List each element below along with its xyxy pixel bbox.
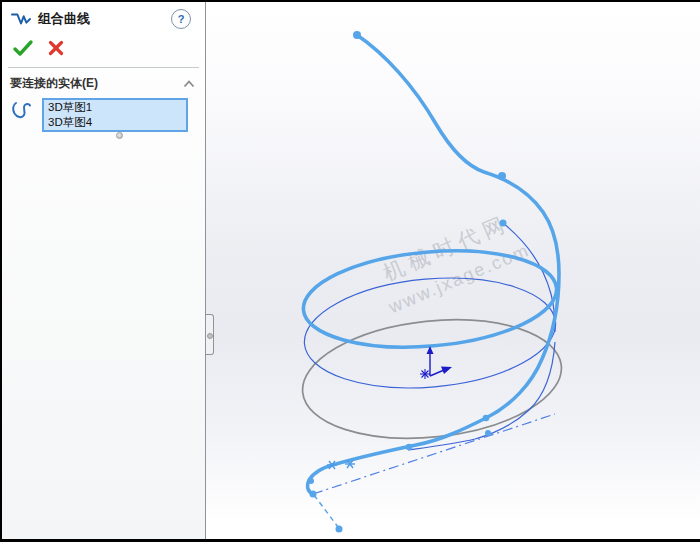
- property-manager-panel: 组合曲线 ? 要连接的实体(E) 3D草图1 3D: [2, 2, 206, 539]
- selection-row: 3D草图1 3D草图4: [2, 96, 205, 132]
- origin-marker[interactable]: [420, 346, 452, 379]
- origin-asterisk: [420, 369, 430, 379]
- endpoint-dot[interactable]: [485, 430, 491, 436]
- selection-item[interactable]: 3D草图4: [44, 115, 186, 130]
- endpoint-dot[interactable]: [498, 172, 506, 180]
- panel-splitter-handle[interactable]: [206, 314, 214, 355]
- endpoint-dot[interactable]: [310, 491, 317, 498]
- cancel-x-icon[interactable]: [48, 40, 64, 56]
- construction-centerline[interactable]: [313, 414, 555, 494]
- curve-entity-icon: [10, 98, 34, 124]
- selection-listbox[interactable]: 3D草图1 3D草图4: [42, 98, 188, 132]
- listbox-resize-grip[interactable]: [116, 132, 123, 139]
- panel-title: 组合曲线: [38, 10, 171, 28]
- endpoint-dot[interactable]: [308, 478, 314, 484]
- composite-curve-selected[interactable]: [308, 35, 559, 494]
- dashed-end-segment[interactable]: [314, 495, 338, 527]
- endpoint-dot[interactable]: [336, 526, 343, 533]
- endpoint-dot[interactable]: [353, 31, 361, 39]
- endpoint-dot[interactable]: [483, 415, 490, 422]
- endpoint-dot[interactable]: [500, 220, 507, 227]
- solidworks-window: 机械时代网 www.jxage.com: [0, 0, 700, 542]
- panel-actions: [2, 33, 205, 65]
- chevron-up-icon[interactable]: [183, 80, 195, 88]
- group-label: 要连接的实体(E): [10, 75, 183, 92]
- selection-item[interactable]: 3D草图1: [44, 100, 186, 115]
- composite-curve-icon: [10, 10, 32, 28]
- composite-curve-loop[interactable]: [299, 241, 560, 357]
- help-icon[interactable]: ?: [171, 9, 191, 29]
- ok-check-icon[interactable]: [12, 39, 34, 57]
- splitter-grip-dot: [207, 333, 213, 339]
- group-entities-to-join[interactable]: 要连接的实体(E): [2, 68, 205, 96]
- inactive-circle-sketch[interactable]: [297, 308, 568, 451]
- panel-header: 组合曲线 ?: [2, 2, 205, 33]
- endpoint-dot[interactable]: [406, 444, 413, 451]
- helix-sketch-loop[interactable]: [300, 268, 560, 398]
- helix-sketch-leadin[interactable]: [503, 223, 555, 332]
